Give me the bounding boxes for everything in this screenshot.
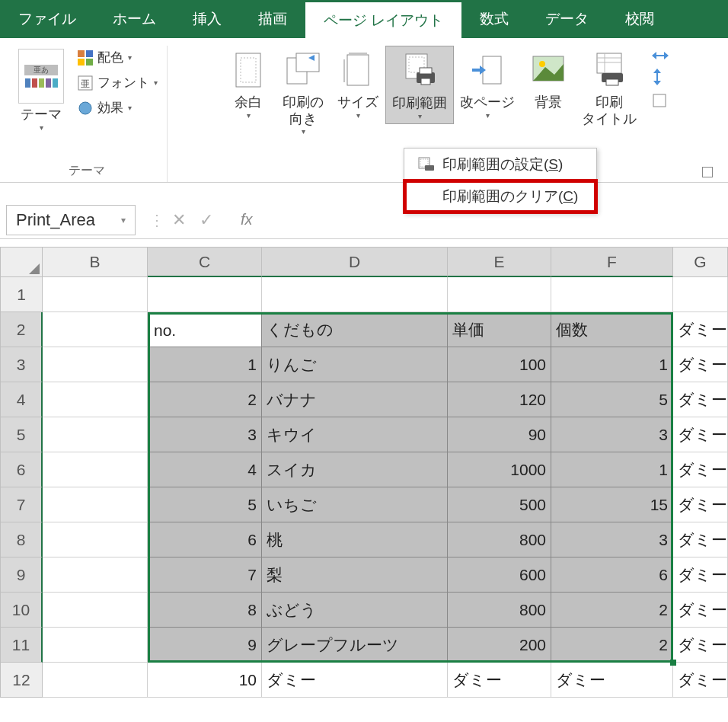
- scale-height-icon[interactable]: [652, 69, 669, 85]
- size-button[interactable]: サイズ▾: [330, 46, 385, 123]
- cell[interactable]: 3: [551, 522, 673, 557]
- cell[interactable]: 単価: [448, 312, 551, 347]
- cell[interactable]: 10: [148, 663, 262, 698]
- chevron-down-icon[interactable]: ▾: [121, 215, 126, 225]
- cell[interactable]: ダミー: [448, 663, 551, 698]
- cell[interactable]: 2: [148, 382, 262, 417]
- cell[interactable]: [43, 663, 148, 698]
- cell[interactable]: ダミー: [673, 347, 728, 382]
- cell[interactable]: 200: [448, 628, 551, 663]
- cell[interactable]: [43, 417, 148, 452]
- col-header-G[interactable]: G: [673, 247, 728, 277]
- cell[interactable]: [43, 487, 148, 522]
- select-all-corner[interactable]: [0, 247, 43, 277]
- cell[interactable]: バナナ: [262, 382, 448, 417]
- cell[interactable]: 15: [551, 487, 673, 522]
- name-box[interactable]: Print_Area ▾: [6, 205, 136, 235]
- cell[interactable]: 5: [551, 382, 673, 417]
- print-titles-button[interactable]: 印刷 タイトル: [576, 46, 643, 130]
- cell[interactable]: 500: [448, 487, 551, 522]
- cell[interactable]: [43, 312, 148, 347]
- orientation-button[interactable]: 印刷の 向き▾: [276, 46, 330, 139]
- cell[interactable]: [43, 277, 148, 312]
- row-header-1[interactable]: 1: [0, 277, 43, 312]
- cell[interactable]: キウイ: [262, 417, 448, 452]
- margins-button[interactable]: 余白▾: [221, 46, 276, 123]
- row-header-7[interactable]: 7: [0, 487, 43, 522]
- col-header-C[interactable]: C: [148, 247, 262, 277]
- fx-icon[interactable]: fx: [241, 211, 253, 228]
- fill-handle[interactable]: [670, 660, 676, 666]
- cell[interactable]: ダミー: [673, 628, 728, 663]
- cell[interactable]: ダミー: [673, 522, 728, 557]
- cell[interactable]: 3: [551, 417, 673, 452]
- col-header-B[interactable]: B: [43, 247, 148, 277]
- row-header-9[interactable]: 9: [0, 557, 43, 593]
- cell[interactable]: [551, 277, 673, 312]
- cell[interactable]: ダミー: [673, 452, 728, 487]
- cell[interactable]: 1: [551, 452, 673, 487]
- cell[interactable]: ダミー: [673, 312, 728, 347]
- cancel-icon[interactable]: ✕: [172, 210, 186, 230]
- tab-home[interactable]: ホーム: [94, 0, 174, 38]
- cell[interactable]: 2: [551, 593, 673, 628]
- cell[interactable]: 3: [148, 417, 262, 452]
- cell[interactable]: ダミー: [262, 663, 448, 698]
- cell[interactable]: [148, 277, 262, 312]
- breaks-button[interactable]: 改ページ▾: [454, 46, 521, 123]
- cell[interactable]: 桃: [262, 522, 448, 557]
- cell[interactable]: [43, 593, 148, 628]
- row-header-3[interactable]: 3: [0, 347, 43, 382]
- cell[interactable]: 600: [448, 557, 551, 593]
- col-header-E[interactable]: E: [448, 247, 551, 277]
- cell[interactable]: 800: [448, 522, 551, 557]
- row-header-8[interactable]: 8: [0, 522, 43, 557]
- fonts-button[interactable]: 亜 フォント▾: [75, 71, 161, 94]
- cell[interactable]: no.: [148, 312, 262, 347]
- cell[interactable]: 1: [551, 347, 673, 382]
- cell[interactable]: 1000: [448, 452, 551, 487]
- colors-button[interactable]: 配色▾: [75, 46, 161, 69]
- cell[interactable]: 7: [148, 557, 262, 593]
- cell[interactable]: グレープフルーツ: [262, 628, 448, 663]
- tab-review[interactable]: 校閲: [607, 0, 672, 38]
- print-area-button[interactable]: 印刷範囲▾: [385, 46, 454, 124]
- cell[interactable]: 4: [148, 452, 262, 487]
- row-header-4[interactable]: 4: [0, 382, 43, 417]
- cell[interactable]: [43, 557, 148, 593]
- cell[interactable]: [673, 277, 728, 312]
- cell[interactable]: ダミー: [673, 557, 728, 593]
- row-header-12[interactable]: 12: [0, 663, 43, 698]
- set-print-area-item[interactable]: 印刷範囲の設定(S): [404, 149, 596, 180]
- tab-file[interactable]: ファイル: [0, 0, 94, 38]
- cell[interactable]: 梨: [262, 557, 448, 593]
- cell[interactable]: 6: [148, 522, 262, 557]
- cell[interactable]: 800: [448, 593, 551, 628]
- cell[interactable]: ダミー: [673, 487, 728, 522]
- cell[interactable]: 個数: [551, 312, 673, 347]
- cell[interactable]: [43, 452, 148, 487]
- themes-button[interactable]: 亜あ テーマ ▾: [12, 46, 70, 135]
- row-header-5[interactable]: 5: [0, 417, 43, 452]
- cell[interactable]: [448, 277, 551, 312]
- tab-page-layout[interactable]: ページ レイアウト: [305, 0, 461, 38]
- cell[interactable]: くだもの: [262, 312, 448, 347]
- cell[interactable]: [43, 522, 148, 557]
- cell[interactable]: 6: [551, 557, 673, 593]
- cell[interactable]: 90: [448, 417, 551, 452]
- tab-data[interactable]: データ: [527, 0, 607, 38]
- tab-draw[interactable]: 描画: [240, 0, 305, 38]
- cell[interactable]: ダミー: [673, 593, 728, 628]
- tab-formulas[interactable]: 数式: [461, 0, 527, 38]
- row-header-10[interactable]: 10: [0, 593, 43, 628]
- cell[interactable]: スイカ: [262, 452, 448, 487]
- scale-width-icon[interactable]: [652, 50, 669, 61]
- col-header-F[interactable]: F: [551, 247, 673, 277]
- background-button[interactable]: 背景: [521, 46, 576, 114]
- scale-icon[interactable]: [652, 93, 669, 108]
- accept-icon[interactable]: ✓: [200, 210, 213, 230]
- row-header-2[interactable]: 2: [0, 312, 43, 347]
- col-header-D[interactable]: D: [262, 247, 448, 277]
- cell[interactable]: 2: [551, 628, 673, 663]
- cell[interactable]: 5: [148, 487, 262, 522]
